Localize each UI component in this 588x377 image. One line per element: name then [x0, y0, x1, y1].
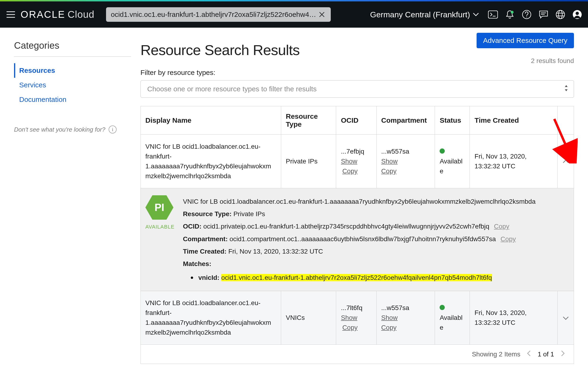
match-key: vnicId: — [198, 274, 219, 281]
col-status: Status — [435, 106, 470, 135]
chevron-down-icon — [563, 316, 569, 320]
col-resource-type: Resource Type — [281, 106, 336, 135]
notifications-bell-icon[interactable] — [505, 9, 515, 20]
sidebar-item-services[interactable]: Services — [14, 78, 131, 92]
search-clear-icon[interactable] — [317, 10, 326, 19]
cell-ocid: ...7efbjq Show Copy — [336, 135, 376, 188]
svg-point-3 — [558, 10, 562, 19]
col-time-created: Time Created — [470, 106, 558, 135]
detail-comp-value: ocid1.compartment.oc1..aaaaaaaac6uytbhiw… — [230, 235, 496, 243]
pager-next[interactable] — [558, 349, 567, 359]
cell-time-created: Fri, Nov 13, 2020, 13:32:32 UTC — [470, 291, 558, 345]
detail-info: VNIC for LB ocid1.loadbalancer.oc1.eu-fr… — [183, 195, 569, 284]
detail-comp-copy[interactable]: Copy — [500, 235, 516, 243]
status-dot-icon — [440, 148, 445, 153]
menu-hamburger-icon[interactable] — [6, 9, 16, 20]
chat-icon[interactable] — [538, 9, 549, 20]
region-selector[interactable]: Germany Central (Frankfurt) — [370, 10, 479, 19]
sidebar-help: Don't see what you're looking for? i — [14, 126, 131, 133]
notification-dot-icon — [511, 11, 514, 13]
cell-display-name: VNIC for LB ocid1.loadbalancer.oc1.eu-fr… — [141, 135, 281, 188]
region-label: Germany Central (Frankfurt) — [370, 10, 470, 19]
col-expand — [558, 106, 574, 135]
ocid-show-link[interactable]: Show — [341, 314, 357, 321]
match-value-highlight: ocid1.vnic.oc1.eu-frankfurt-1.abtheljrv7… — [221, 274, 492, 281]
badge-status: AVAILABLE — [145, 223, 174, 231]
chevron-down-icon — [473, 13, 479, 16]
svg-rect-0 — [488, 11, 498, 18]
detail-matches-label: Matches: — [183, 260, 211, 267]
compartment-show-link[interactable]: Show — [381, 314, 398, 321]
row-expand-toggle[interactable] — [558, 291, 574, 345]
cell-ocid: ...7lt6fq Show Copy — [336, 291, 376, 345]
detail-time-label: Time Created: — [183, 248, 226, 255]
chevron-up-icon — [563, 160, 569, 164]
logo: ORACLE Cloud — [21, 9, 94, 20]
user-profile-icon[interactable] — [572, 9, 582, 20]
detail-time-value: Fri, Nov 13, 2020, 13:32:32 UTC — [228, 248, 323, 255]
bullet-icon — [191, 277, 193, 279]
detail-row: PI AVAILABLE VNIC for LB ocid1.loadbalan… — [141, 188, 574, 291]
filter-placeholder: Choose one or more resource types to fil… — [147, 85, 317, 93]
compartment-copy-link[interactable]: Copy — [381, 324, 396, 331]
badge-code: PI — [154, 200, 164, 215]
cell-compartment: ...w557sa Show Copy — [376, 291, 435, 345]
status-dot-icon — [440, 305, 445, 310]
col-compartment: Compartment — [376, 106, 435, 135]
resource-type-filter[interactable]: Choose one or more resource types to fil… — [140, 80, 574, 98]
compartment-copy-link[interactable]: Copy — [381, 167, 396, 175]
pager-current: 1 of 1 — [538, 351, 554, 358]
cell-resource-type: VNICs — [281, 291, 336, 345]
cell-resource-type: Private IPs — [281, 135, 336, 188]
ocid-short: ...7efbjq — [341, 148, 364, 155]
ocid-short: ...7lt6fq — [341, 304, 362, 311]
info-icon[interactable]: i — [109, 126, 116, 133]
row-collapse-toggle[interactable] — [558, 135, 574, 188]
search-box[interactable] — [106, 7, 331, 22]
header-icons — [488, 9, 582, 20]
compartment-short: ...w557sa — [381, 148, 409, 155]
help-icon[interactable] — [521, 9, 532, 20]
sidebar-title: Categories — [14, 40, 131, 51]
sidebar-item-resources[interactable]: Resources — [14, 63, 131, 78]
sort-arrows-icon — [564, 85, 569, 94]
detail-rtype-label: Resource Type: — [183, 210, 231, 218]
cell-time-created: Fri, Nov 13, 2020, 13:32:32 UTC — [470, 135, 558, 188]
detail-ocid-label: OCID: — [183, 223, 201, 230]
pagination-bar: Showing 2 Items 1 of 1 — [140, 345, 574, 364]
search-input[interactable] — [110, 10, 317, 19]
sidebar: Categories Resources Services Documentat… — [14, 37, 131, 364]
compartment-show-link[interactable]: Show — [381, 158, 398, 165]
detail-title: VNIC for LB ocid1.loadbalancer.oc1.eu-fr… — [183, 195, 569, 208]
detail-ocid-copy[interactable]: Copy — [494, 223, 509, 230]
svg-point-2 — [556, 10, 565, 19]
header-bar: ORACLE Cloud Germany Central (Frankfurt) — [0, 1, 588, 28]
table-header-row: Display Name Resource Type OCID Compartm… — [141, 106, 574, 135]
globe-language-icon[interactable] — [555, 9, 565, 20]
results-count: 2 results found — [531, 57, 574, 65]
pager-prev[interactable] — [525, 349, 533, 359]
cloud-shell-icon[interactable] — [488, 9, 498, 20]
advanced-query-button[interactable]: Advanced Resource Query — [477, 33, 574, 48]
cell-compartment: ...w557sa Show Copy — [376, 135, 435, 188]
col-display-name: Display Name — [141, 106, 281, 135]
ocid-show-link[interactable]: Show — [341, 158, 357, 165]
pager-showing: Showing 2 Items — [472, 351, 520, 358]
cell-display-name: VNIC for LB ocid1.loadbalancer.oc1.eu-fr… — [141, 291, 281, 345]
results-table: Display Name Resource Type OCID Compartm… — [140, 106, 574, 345]
detail-rtype-value: Private IPs — [233, 210, 265, 218]
page-body: Categories Resources Services Documentat… — [0, 28, 588, 377]
cell-status: Available — [435, 135, 470, 188]
status-text: Available — [440, 314, 462, 331]
hexagon-icon: PI — [145, 195, 173, 220]
sidebar-help-text: Don't see what you're looking for? — [14, 126, 105, 133]
sidebar-item-documentation[interactable]: Documentation — [14, 92, 131, 107]
ocid-copy-link[interactable]: Copy — [342, 324, 357, 331]
table-row: VNIC for LB ocid1.loadbalancer.oc1.eu-fr… — [141, 135, 574, 188]
table-row: VNIC for LB ocid1.loadbalancer.oc1.eu-fr… — [141, 291, 574, 345]
cell-status: Available — [435, 291, 470, 345]
logo-cloud: Cloud — [68, 9, 94, 20]
col-ocid: OCID — [336, 106, 376, 135]
ocid-copy-link[interactable]: Copy — [342, 167, 357, 175]
filter-label: Filter by resource types: — [140, 69, 574, 77]
